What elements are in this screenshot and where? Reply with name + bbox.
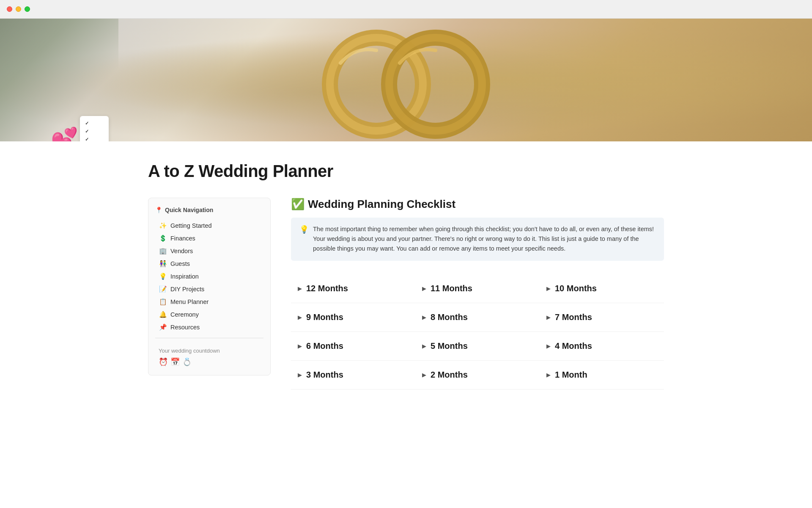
vendors-emoji: 🏢	[159, 247, 167, 255]
month-item-6-months[interactable]: ▶6 Months	[291, 332, 415, 361]
8-months-label: 8 Months	[431, 312, 468, 322]
guests-emoji: 👫	[159, 260, 167, 268]
sidebar-item-inspiration[interactable]: 💡Inspiration	[155, 270, 263, 283]
4-months-arrow-icon: ▶	[546, 343, 551, 349]
resources-emoji: 📌	[159, 323, 167, 331]
month-item-3-months[interactable]: ▶3 Months	[291, 361, 415, 389]
info-box-text: The most important thing to remember whe…	[313, 224, 656, 254]
maximize-button[interactable]	[25, 6, 30, 12]
checklist-heading-text: Wedding Planning Checklist	[308, 198, 455, 211]
guests-label: Guests	[170, 260, 190, 267]
inspiration-label: Inspiration	[170, 273, 199, 280]
3-months-arrow-icon: ▶	[298, 372, 302, 378]
main-content: ✅ Wedding Planning Checklist 💡 The most …	[291, 198, 664, 389]
countdown-icon-3: 💍	[182, 357, 192, 367]
month-item-11-months[interactable]: ▶11 Months	[415, 274, 540, 303]
4-months-label: 4 Months	[555, 341, 592, 351]
3-months-label: 3 Months	[306, 370, 343, 380]
sidebar-item-resources[interactable]: 📌Resources	[155, 321, 263, 334]
9-months-label: 9 Months	[306, 312, 343, 322]
menu-planner-label: Menu Planner	[170, 298, 208, 305]
titlebar	[0, 0, 812, 19]
sidebar-item-diy-projects[interactable]: 📝DIY Projects	[155, 283, 263, 295]
countdown-icon-1: ⏰	[159, 357, 168, 367]
2-months-label: 2 Months	[431, 370, 468, 380]
month-item-7-months[interactable]: ▶7 Months	[540, 303, 664, 332]
countdown-icons: ⏰ 📅 💍	[155, 357, 263, 367]
countdown-label: Your wedding countdown	[155, 348, 263, 354]
month-item-8-months[interactable]: ▶8 Months	[415, 303, 540, 332]
5-months-arrow-icon: ▶	[422, 343, 426, 349]
sidebar-items-container: ✨Getting Started💲Finances🏢Vendors👫Guests…	[155, 219, 263, 334]
months-grid: ▶12 Months▶11 Months▶10 Months▶9 Months▶…	[291, 274, 664, 389]
page-title-section: A to Z Wedding Planner	[148, 141, 664, 198]
6-months-label: 6 Months	[306, 341, 343, 351]
month-item-2-months[interactable]: ▶2 Months	[415, 361, 540, 389]
diy-projects-emoji: 📝	[159, 285, 167, 293]
6-months-arrow-icon: ▶	[298, 343, 302, 349]
12-months-label: 12 Months	[306, 284, 348, 293]
checklist-heading: ✅ Wedding Planning Checklist	[291, 198, 664, 211]
2-months-arrow-icon: ▶	[422, 372, 426, 378]
resources-label: Resources	[170, 324, 200, 331]
month-item-1-month[interactable]: ▶1 Month	[540, 361, 664, 389]
12-months-arrow-icon: ▶	[298, 285, 302, 292]
sidebar-item-ceremony[interactable]: 🔔Ceremony	[155, 308, 263, 321]
10-months-label: 10 Months	[555, 284, 597, 293]
month-item-12-months[interactable]: ▶12 Months	[291, 274, 415, 303]
ceremony-label: Ceremony	[170, 311, 199, 318]
navigation-icon: 📍	[155, 207, 162, 213]
inspiration-emoji: 💡	[159, 273, 167, 280]
sidebar-title: 📍 Quick Navigation	[155, 207, 263, 213]
8-months-arrow-icon: ▶	[422, 314, 426, 320]
sidebar-item-getting-started[interactable]: ✨Getting Started	[155, 219, 263, 232]
sidebar-title-text: Quick Navigation	[165, 207, 213, 213]
sidebar-item-guests[interactable]: 👫Guests	[155, 257, 263, 270]
checklist-icon	[80, 116, 109, 141]
9-months-arrow-icon: ▶	[298, 314, 302, 320]
11-months-arrow-icon: ▶	[422, 285, 426, 292]
vendors-label: Vendors	[170, 248, 193, 254]
11-months-label: 11 Months	[431, 284, 472, 293]
heart-emoji: 💕	[51, 128, 78, 141]
info-box: 💡 The most important thing to remember w…	[291, 218, 664, 261]
7-months-label: 7 Months	[555, 312, 592, 322]
rings-illustration	[279, 21, 533, 139]
finances-emoji: 💲	[159, 235, 167, 242]
10-months-arrow-icon: ▶	[546, 285, 551, 292]
getting-started-label: Getting Started	[170, 222, 212, 229]
7-months-arrow-icon: ▶	[546, 314, 551, 320]
countdown-section: Your wedding countdown ⏰ 📅 💍	[155, 342, 263, 367]
close-button[interactable]	[7, 6, 12, 12]
month-item-5-months[interactable]: ▶5 Months	[415, 332, 540, 361]
sidebar-divider	[155, 338, 263, 338]
menu-planner-emoji: 📋	[159, 298, 167, 306]
ceremony-emoji: 🔔	[159, 311, 167, 318]
page-content: A to Z Wedding Planner 📍 Quick Navigatio…	[114, 141, 698, 389]
1-month-label: 1 Month	[555, 370, 587, 380]
getting-started-emoji: ✨	[159, 222, 167, 229]
sidebar-item-vendors[interactable]: 🏢Vendors	[155, 245, 263, 257]
sidebar-item-menu-planner[interactable]: 📋Menu Planner	[155, 295, 263, 308]
checklist-heading-emoji: ✅	[291, 198, 304, 211]
month-item-10-months[interactable]: ▶10 Months	[540, 274, 664, 303]
finances-label: Finances	[170, 235, 195, 242]
diy-projects-label: DIY Projects	[170, 286, 204, 293]
month-item-9-months[interactable]: ▶9 Months	[291, 303, 415, 332]
month-item-4-months[interactable]: ▶4 Months	[540, 332, 664, 361]
hero-emoji-overlay: 💕	[51, 116, 109, 141]
info-icon: 💡	[299, 225, 309, 234]
sidebar: 📍 Quick Navigation ✨Getting Started💲Fina…	[148, 198, 271, 375]
minimize-button[interactable]	[16, 6, 21, 12]
hero-banner: 💕	[0, 19, 812, 141]
5-months-label: 5 Months	[431, 341, 468, 351]
countdown-icon-2: 📅	[170, 357, 180, 367]
main-layout: 📍 Quick Navigation ✨Getting Started💲Fina…	[148, 198, 664, 389]
sidebar-item-finances[interactable]: 💲Finances	[155, 232, 263, 245]
page-title: A to Z Wedding Planner	[148, 162, 664, 181]
1-month-arrow-icon: ▶	[546, 372, 551, 378]
